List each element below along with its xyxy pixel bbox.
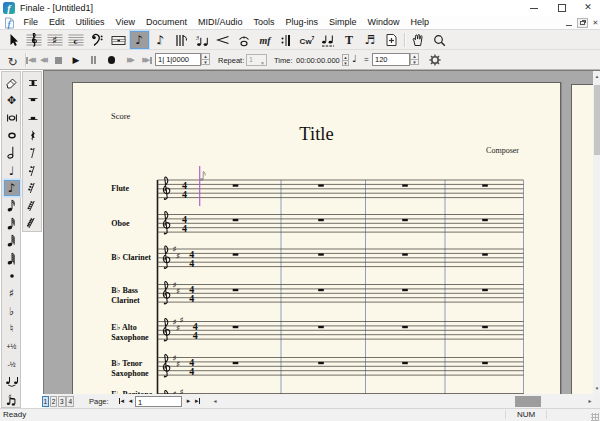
half-step-down-button[interactable]: -½ [4,356,20,372]
thirtysecond-note-button[interactable] [4,215,20,231]
onetwentyeighth-rest-button[interactable] [25,215,41,231]
next-page-button[interactable]: ▸ [184,395,193,407]
grace-note-button[interactable]: ♯ [4,391,20,407]
page-layout-tool-button[interactable] [382,31,401,49]
hyperscribe-tool-button[interactable] [172,31,191,49]
eraser-button[interactable] [4,75,20,91]
tie-button[interactable] [4,374,20,390]
natural-button[interactable]: ♮ [4,321,20,337]
half-step-up-button[interactable]: +½ [4,339,20,355]
stop-button[interactable] [51,52,66,68]
horizontal-scrollbar[interactable]: ◂ ▸ [204,395,596,408]
half-rest-button[interactable] [25,110,41,126]
staff-tool-button[interactable] [25,31,44,49]
scroll-up-icon[interactable]: ▲ [593,71,600,83]
note-mover-tool-button[interactable]: ♬ [361,31,380,49]
sharp-button[interactable]: ♯ [4,286,20,302]
thirtysecond-rest-button[interactable] [25,180,41,196]
menu-midi-audio[interactable]: MIDI/Audio [192,16,248,29]
spinner-down-icon[interactable]: ▼ [410,59,419,66]
repitch-button[interactable]: ✥ [4,92,20,108]
page-button-3[interactable]: 3 [58,396,66,407]
score-page[interactable]: Score Title Composer 44Flute44Oboe♯♯44B♭… [72,82,561,394]
quarter-note-button[interactable]: ♩ [4,163,20,179]
menu-document[interactable]: Document [140,16,192,29]
double-whole-rest-button[interactable] [25,75,41,91]
first-page-button[interactable]: ◂ [117,395,126,407]
pause-button[interactable] [86,52,101,68]
page-button-4[interactable]: 4 [66,396,74,407]
lyrics-tool-button[interactable] [319,31,338,49]
spinner-down-icon[interactable]: ▼ [201,59,210,66]
rewind-button[interactable]: ◀◀ [35,52,50,68]
double-whole-note-button[interactable] [4,110,20,126]
playback-settings-button[interactable] [427,52,443,68]
simple-entry-tool-button[interactable]: ♪ [130,31,149,49]
score-system[interactable]: 44Flute44Oboe♯♯44B♭ Clarinet♯♯44B♭ BassC… [73,83,561,394]
sixteenth-note-button[interactable] [4,198,20,214]
clef-tool-button[interactable] [88,31,107,49]
window-close-button[interactable]: ✕ [577,0,599,15]
record-button[interactable] [104,52,119,68]
menu-edit[interactable]: Edit [44,16,71,29]
tempo-field[interactable]: 120 [372,53,410,66]
time-spinner[interactable]: ▲▼ [342,54,349,66]
mdi-restore-button[interactable] [577,18,588,28]
play-button[interactable]: ▶ [69,52,84,68]
speedy-entry-tool-button[interactable]: ♪ [151,31,170,49]
half-note-button[interactable] [4,145,20,161]
smart-shape-tool-button[interactable] [214,31,233,49]
scroll-down-icon[interactable]: ▼ [593,383,600,394]
sixtyfourth-rest-button[interactable] [25,198,41,214]
menu-utilities[interactable]: Utilities [70,16,110,29]
menu-help[interactable]: Help [405,16,435,29]
counter-spinner[interactable]: ▲▼ [201,53,210,65]
last-page-button[interactable]: ▸ [193,395,202,407]
eighth-rest-button[interactable] [25,145,41,161]
hand-grabber-tool-button[interactable] [408,31,427,49]
repeat-dropdown[interactable]: 1▼ [246,54,267,66]
chord-tool-button[interactable]: Cw7 [298,31,317,49]
flat-button[interactable]: ♭ [4,303,20,319]
window-minimize-button[interactable] [523,0,545,15]
menu-plug-ins[interactable]: Plug-ins [280,16,324,29]
menu-tools[interactable]: Tools [248,16,280,29]
window-maximize-button[interactable] [551,0,573,15]
eighth-note-button[interactable]: ♪ [4,180,20,196]
articulation-tool-button[interactable] [235,31,254,49]
mdi-minimize-button[interactable] [564,18,575,28]
menu-file[interactable]: File [18,16,44,29]
selection-tool-button[interactable] [4,31,23,49]
tuplet-tool-button[interactable]: 3 [193,31,212,49]
zoom-tool-button[interactable] [430,31,449,49]
mdi-close-button[interactable]: ✕ [590,18,600,28]
expression-tool-button[interactable]: mf [256,31,275,49]
page-button-1[interactable]: 1 [42,396,50,407]
key-signature-tool-button[interactable]: ♯ [46,31,65,49]
vertical-scrollbar-thumb[interactable] [594,85,600,155]
prev-page-button[interactable]: ◂ [126,395,135,407]
skip-to-end-button[interactable]: ▶▶ [140,52,155,68]
vertical-scrollbar[interactable]: ▲ ▼ [593,71,600,394]
time-signature-tool-button[interactable]: c [67,31,86,49]
onetwentyeighth-note-button[interactable] [4,251,20,267]
document-view[interactable]: Score Title Composer 44Flute44Oboe♯♯44B♭… [43,70,600,394]
scroll-right-icon[interactable]: ▸ [584,395,596,408]
measure-tool-button[interactable] [109,31,128,49]
horizontal-scrollbar-thumb[interactable] [515,396,541,407]
menu-view[interactable]: View [110,16,140,29]
page-number-input[interactable]: 1 [135,396,182,407]
playback-counter-field[interactable]: 1| 1|0000 [155,53,201,66]
sixtyfourth-note-button[interactable] [4,233,20,249]
menu-window[interactable]: Window [362,16,405,29]
quarter-rest-button[interactable] [25,127,41,143]
menu-simple[interactable]: Simple [324,16,363,29]
scroll-left-icon[interactable]: ◂ [209,395,221,408]
whole-rest-button[interactable] [25,92,41,108]
augmentation-dot-button[interactable] [4,268,20,284]
sixteenth-rest-button[interactable] [25,163,41,179]
text-tool-button[interactable]: T [340,31,359,49]
whole-note-button[interactable] [4,127,20,143]
spinner-down-icon[interactable]: ▼ [342,60,349,67]
loop-playback-button[interactable]: ↻ [4,52,21,68]
